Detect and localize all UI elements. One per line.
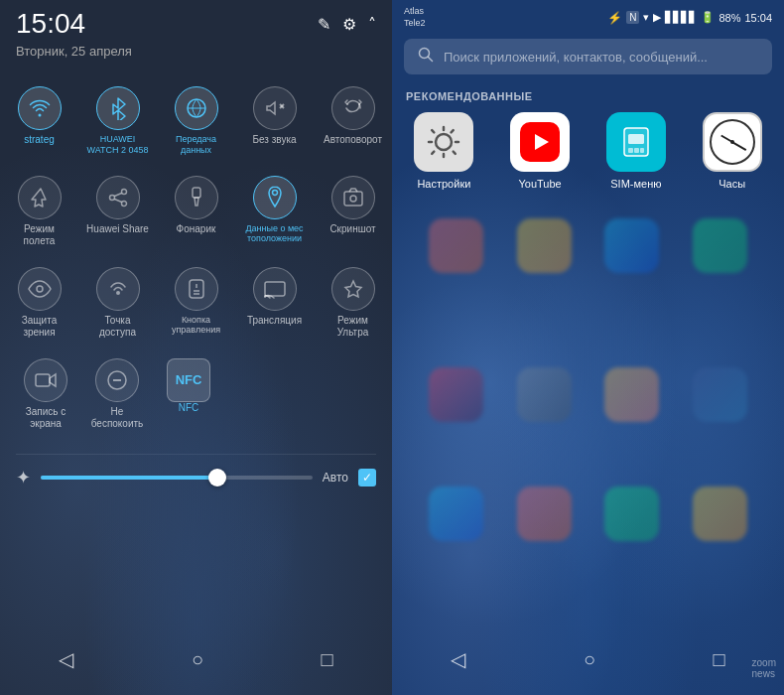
svg-rect-25 [628, 134, 644, 144]
brightness-slider[interactable] [41, 476, 313, 480]
settings-icon-container [414, 112, 473, 172]
back-button[interactable]: ◁ [39, 639, 93, 679]
eye-icon [18, 267, 62, 311]
carrier1: Atlas [404, 6, 426, 18]
recommended-section-label: РЕКОМЕНДОВАННЫЕ [392, 82, 784, 112]
svg-point-3 [109, 195, 114, 200]
carrier-info: Atlas Tele2 [404, 6, 426, 29]
cast-label: Трансляция [247, 315, 302, 327]
settings-icon[interactable]: ⚙ [342, 15, 356, 34]
svg-rect-10 [344, 192, 362, 206]
screenshot-icon [331, 176, 375, 219]
flashlight-label: Фонарик [177, 223, 216, 235]
sim-icon [618, 124, 654, 160]
edit-icon[interactable]: ✎ [318, 15, 330, 34]
bluetooth-label: HUAWEI WATCH 2 0458 [86, 134, 150, 156]
svg-line-7 [114, 199, 121, 202]
qs-data[interactable]: Передача данных [161, 78, 232, 164]
app-settings[interactable]: Настройки [404, 112, 483, 190]
qs-sound[interactable]: Без звука [239, 78, 311, 164]
svg-point-9 [272, 190, 277, 195]
share-icon [96, 176, 140, 219]
brightness-thumb [208, 469, 226, 486]
svg-line-22 [429, 58, 433, 62]
play-triangle [535, 134, 549, 150]
qs-bluetooth[interactable]: HUAWEI WATCH 2 0458 [82, 78, 154, 164]
location-label: Данные о мес тоположении [243, 223, 307, 245]
qs-flashlight[interactable]: Фонарик [161, 168, 232, 255]
cast-icon [253, 267, 297, 311]
qs-row-3: Защита зрения Точка доступа Кнопка управ… [0, 259, 392, 347]
home-screen: Atlas Tele2 ⚡ N ▾ ▶ ▋▋▋▋ 🔋 88% 15:04 Пои… [392, 0, 784, 695]
qs-hotspot[interactable]: Точка доступа [82, 259, 154, 347]
date-display: Вторник, 25 апреля [0, 44, 392, 70]
huawei-share-label: Huawei Share [86, 223, 149, 235]
qs-button[interactable]: Кнопка управления [161, 259, 232, 347]
qs-location[interactable]: Данные о мес тоположении [239, 168, 311, 255]
auto-checkbox[interactable]: ✓ [358, 469, 376, 486]
airplane-icon [18, 176, 62, 219]
qs-nfc[interactable]: NFC NFC [153, 350, 224, 438]
battery-icon: 🔋 [701, 11, 715, 24]
sound-label: Без звука [252, 134, 296, 146]
svg-rect-28 [640, 148, 644, 153]
time-display: 15:04 [16, 8, 85, 40]
data-icon [175, 86, 218, 130]
recents-button[interactable]: □ [302, 640, 353, 679]
search-bar[interactable]: Поиск приложений, контактов, сообщений..… [404, 39, 772, 74]
right-status-icons: ⚡ N ▾ ▶ ▋▋▋▋ 🔋 88% 15:04 [607, 11, 772, 25]
right-back-button[interactable]: ◁ [431, 639, 485, 679]
record-icon [24, 358, 67, 402]
qs-ultra[interactable]: Режим Ультра [318, 259, 389, 347]
svg-point-11 [350, 196, 356, 202]
right-recents-button[interactable]: □ [694, 640, 745, 679]
clock-face [710, 119, 755, 165]
sim-icon-container [606, 112, 666, 172]
svg-rect-19 [36, 374, 50, 386]
dnd-label: Не беспокоить [85, 406, 149, 430]
youtube-app-label: YouTube [519, 178, 562, 190]
qs-dnd[interactable]: Не беспокоить [81, 350, 153, 438]
screenshot-label: Скриншот [329, 223, 375, 235]
status-bar-actions: ✎ ⚙ ˄ [318, 15, 376, 34]
svg-point-12 [37, 286, 43, 292]
auto-label: Авто [323, 471, 348, 485]
app-sim[interactable]: SIM-меню [596, 112, 676, 190]
left-bottom-nav: ◁ ○ □ [0, 627, 392, 695]
svg-point-5 [121, 201, 126, 206]
nfc-label: NFC [179, 402, 199, 414]
chevron-up-icon[interactable]: ˄ [368, 15, 376, 34]
data-label: Передача данных [165, 134, 228, 156]
button-icon [175, 267, 218, 311]
svg-line-6 [114, 193, 121, 196]
wifi-icon [18, 86, 62, 130]
qs-airplane[interactable]: Режим полета [4, 168, 75, 255]
qs-cast[interactable]: Трансляция [239, 259, 311, 347]
qs-wifi[interactable]: strateg [4, 78, 75, 164]
home-button[interactable]: ○ [172, 640, 223, 679]
right-home-button[interactable]: ○ [564, 640, 615, 679]
qs-row-2: Режим полета Huawei Share Фонарик Данные… [0, 168, 392, 255]
bluetooth-icon [96, 86, 140, 130]
qs-autorotate[interactable]: Автоповорот [318, 78, 389, 164]
flashlight-icon [175, 176, 218, 219]
svg-rect-18 [265, 282, 285, 296]
qs-huawei-share[interactable]: Huawei Share [82, 168, 154, 255]
clock-app-label: Часы [719, 178, 745, 190]
app-clock[interactable]: Часы [693, 112, 772, 190]
left-status-bar: 15:04 ✎ ⚙ ˄ [0, 0, 392, 44]
bluetooth-status-icon: ⚡ [607, 11, 622, 25]
app-youtube[interactable]: YouTube [500, 112, 580, 190]
search-icon [418, 47, 434, 67]
right-content: Atlas Tele2 ⚡ N ▾ ▶ ▋▋▋▋ 🔋 88% 15:04 Пои… [392, 0, 784, 695]
battery-percent: 88% [719, 12, 740, 24]
divider [16, 454, 376, 455]
qs-screenshot[interactable]: Скриншот [318, 168, 389, 255]
right-time: 15:04 [744, 12, 772, 24]
airplane-label: Режим полета [8, 223, 71, 247]
record-label: Запись с экрана [14, 406, 77, 430]
qs-record[interactable]: Запись с экрана [10, 350, 81, 438]
qs-eye[interactable]: Защита зрения [4, 259, 75, 347]
svg-point-23 [436, 134, 452, 150]
svg-rect-8 [193, 188, 200, 198]
